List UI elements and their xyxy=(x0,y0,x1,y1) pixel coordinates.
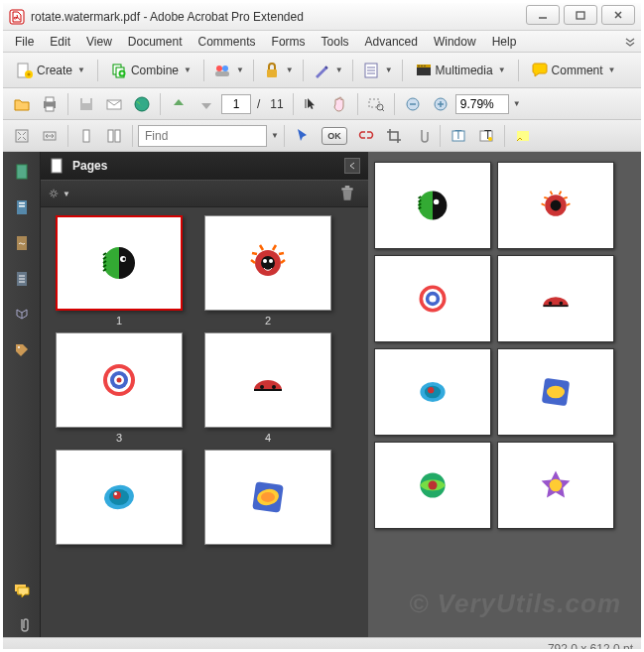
ok-label: OK xyxy=(322,127,347,145)
page-6[interactable] xyxy=(497,348,614,436)
hand-tool[interactable] xyxy=(326,91,352,117)
menu-view[interactable]: View xyxy=(78,33,120,51)
link-tool[interactable] xyxy=(353,123,379,149)
page-4[interactable] xyxy=(497,255,614,342)
panel-options-button[interactable]: ▼ xyxy=(49,184,70,203)
zoom-out-button[interactable] xyxy=(400,91,426,117)
find-input[interactable] xyxy=(138,125,267,147)
tags-tab[interactable] xyxy=(10,338,34,362)
create-button[interactable]: Create▼ xyxy=(9,57,92,84)
collapse-panel-button[interactable] xyxy=(344,158,360,174)
svg-point-8 xyxy=(216,65,222,71)
svg-text:T: T xyxy=(454,128,462,142)
signatures-tab[interactable] xyxy=(10,231,34,255)
combine-label: Combine xyxy=(131,64,179,77)
svg-point-63 xyxy=(123,258,126,261)
menu-advanced[interactable]: Advanced xyxy=(357,33,426,51)
arrow-tool[interactable] xyxy=(290,123,316,149)
page-3[interactable] xyxy=(374,255,491,342)
svg-point-46 xyxy=(488,137,492,141)
attachments-tab[interactable] xyxy=(10,613,34,637)
menu-comments[interactable]: Comments xyxy=(191,33,264,51)
page-1[interactable] xyxy=(374,162,491,249)
highlight-tool[interactable] xyxy=(510,123,536,149)
menu-document[interactable]: Document xyxy=(120,33,191,51)
zoom-in-button[interactable] xyxy=(428,91,453,117)
menu-forms[interactable]: Forms xyxy=(264,33,314,51)
svg-rect-37 xyxy=(16,130,28,142)
bookmarks-tab[interactable] xyxy=(10,196,34,219)
svg-point-82 xyxy=(261,492,275,502)
multimedia-button[interactable]: Multimedia▼ xyxy=(408,57,513,84)
menu-file[interactable]: File xyxy=(7,33,42,51)
menu-edit[interactable]: Edit xyxy=(42,33,78,51)
thumbnail-1[interactable] xyxy=(56,215,183,311)
thumbnail-4[interactable] xyxy=(204,332,331,428)
menu-window[interactable]: Window xyxy=(426,33,484,51)
thumbnail-5[interactable] xyxy=(56,450,183,545)
forms-button[interactable]: ▼ xyxy=(358,58,397,83)
svg-rect-10 xyxy=(215,71,229,76)
page-2[interactable] xyxy=(497,162,614,249)
svg-rect-48 xyxy=(17,165,27,179)
page-8[interactable] xyxy=(497,442,614,529)
ok-button-wrap[interactable]: OK xyxy=(318,123,351,149)
page-up-button[interactable] xyxy=(166,91,192,117)
save-button[interactable] xyxy=(73,91,99,117)
overflow-icon[interactable] xyxy=(623,35,637,49)
page-down-button[interactable] xyxy=(193,91,219,117)
attach-tool[interactable] xyxy=(409,123,435,149)
close-button[interactable] xyxy=(601,5,635,25)
svg-point-65 xyxy=(261,256,275,270)
text-box-tool[interactable]: T xyxy=(446,123,471,149)
fit-page-button[interactable] xyxy=(9,123,35,149)
secure-button[interactable]: ▼ xyxy=(259,58,298,83)
open-button[interactable] xyxy=(9,91,35,117)
marquee-zoom[interactable] xyxy=(363,91,389,117)
thumbnail-6[interactable] xyxy=(204,450,331,545)
two-page-button[interactable] xyxy=(101,123,127,149)
thumbnail-1-label: 1 xyxy=(116,315,122,326)
page-number-input[interactable] xyxy=(221,94,251,114)
combine-button[interactable]: Combine▼ xyxy=(103,57,198,84)
pages-panel-toolbar: ▼ xyxy=(41,180,368,207)
comments-tab[interactable] xyxy=(10,578,34,601)
page-7[interactable] xyxy=(374,442,491,529)
page-5[interactable] xyxy=(374,348,491,436)
touchup-tool[interactable]: T xyxy=(473,123,499,149)
thumbnail-2[interactable] xyxy=(204,215,331,311)
pages-icon xyxy=(49,158,64,174)
svg-point-85 xyxy=(551,200,562,211)
print-button[interactable] xyxy=(37,91,63,117)
delete-page-button[interactable] xyxy=(334,181,360,206)
svg-point-73 xyxy=(260,385,264,389)
maximize-button[interactable] xyxy=(564,5,597,25)
minimize-button[interactable] xyxy=(526,5,560,25)
select-tool[interactable] xyxy=(299,91,324,117)
svg-rect-60 xyxy=(341,188,352,190)
thumbnail-3[interactable] xyxy=(56,332,183,428)
svg-rect-22 xyxy=(46,97,54,102)
zoom-input[interactable] xyxy=(455,94,509,114)
find-dropdown[interactable]: ▼ xyxy=(271,131,279,140)
svg-point-59 xyxy=(52,192,56,196)
email-button[interactable] xyxy=(101,91,127,117)
fit-width-button[interactable] xyxy=(37,123,63,149)
single-page-button[interactable] xyxy=(73,123,99,149)
thumbnail-4-label: 4 xyxy=(265,432,271,444)
document-view[interactable] xyxy=(368,152,641,637)
menu-help[interactable]: Help xyxy=(484,33,525,51)
crop-tool[interactable] xyxy=(381,123,407,149)
comment-button[interactable]: Comment▼ xyxy=(524,57,623,84)
pages-panel: Pages ▼ 1 2 xyxy=(41,152,368,637)
web-button[interactable] xyxy=(129,91,155,117)
model-tree-tab[interactable] xyxy=(10,303,34,326)
navigation-rail xyxy=(3,152,41,637)
thumbnails-container[interactable]: 1 2 3 4 xyxy=(41,207,368,637)
zoom-dropdown[interactable]: ▼ xyxy=(513,99,521,108)
sign-button[interactable]: ▼ xyxy=(309,58,347,83)
layers-tab[interactable] xyxy=(10,267,34,291)
menu-tools[interactable]: Tools xyxy=(314,33,357,51)
pages-tab[interactable] xyxy=(10,160,34,184)
collaborate-button[interactable]: ▼ xyxy=(209,58,248,83)
